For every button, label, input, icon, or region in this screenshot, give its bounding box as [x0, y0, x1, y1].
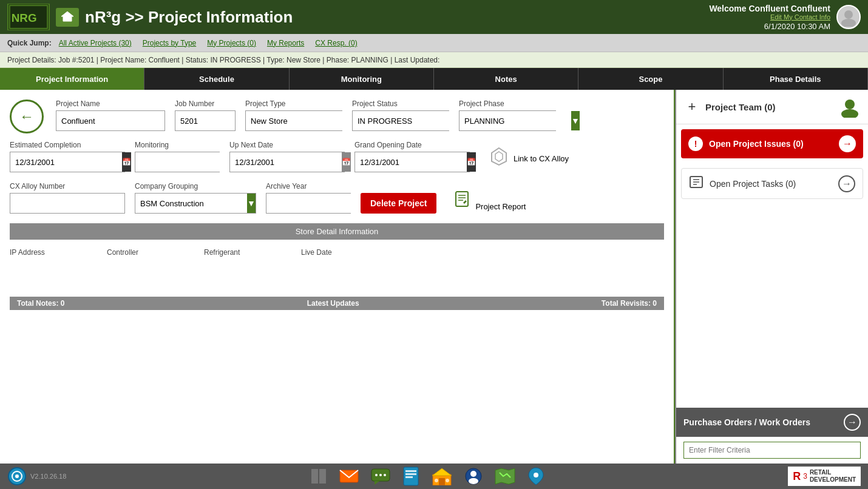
est-completion-input[interactable]	[10, 152, 122, 172]
team-avatar	[839, 96, 861, 118]
archive-year-group: Archive Year ▼	[266, 182, 351, 214]
taskbar-map[interactable]	[495, 468, 515, 485]
r3-text: R	[793, 470, 801, 483]
nav-my-reports[interactable]: My Reports	[263, 39, 308, 47]
svg-rect-32	[405, 473, 416, 475]
tab-phase-details[interactable]: Phase Details	[724, 68, 868, 90]
project-type-input[interactable]	[246, 111, 358, 130]
grand-opening-date[interactable]: 📅	[354, 152, 470, 172]
project-name-input[interactable]	[56, 110, 165, 131]
project-phase-select[interactable]: ▼	[459, 110, 556, 131]
up-next-date-cal-btn[interactable]: 📅	[342, 152, 351, 172]
est-completion-group: Estimated Completion 📅	[10, 141, 125, 172]
link-cx-alloy-btn[interactable]: Link to CX Alloy	[489, 147, 569, 172]
svg-point-12	[845, 99, 855, 109]
monitoring-group: Monitoring ▼	[135, 141, 220, 172]
company-grouping-input[interactable]	[135, 194, 247, 213]
tab-monitoring[interactable]: Monitoring	[290, 68, 434, 90]
project-phase-input[interactable]	[459, 111, 571, 130]
monitoring-label: Monitoring	[135, 141, 220, 149]
project-status-input[interactable]	[353, 111, 464, 130]
po-arrow-icon: →	[844, 414, 861, 431]
job-number-input[interactable]	[175, 110, 236, 131]
open-issues-label: Open Project Issues (0)	[709, 139, 839, 149]
grand-opening-input[interactable]	[355, 152, 467, 172]
taskbar-email[interactable]	[339, 468, 359, 485]
tab-bar: Project Information Schedule Monitoring …	[0, 68, 868, 90]
tab-scope[interactable]: Scope	[578, 68, 723, 90]
po-wo-btn[interactable]: Purchase Orders / Work Orders →	[676, 408, 868, 437]
tasks-arrow-icon: →	[838, 175, 855, 192]
add-team-member-button[interactable]: +	[683, 98, 700, 115]
project-name-group: Project Name	[56, 99, 165, 131]
taskbar-app-1[interactable]	[310, 468, 327, 485]
taskbar-chat[interactable]	[371, 468, 390, 485]
datetime: 6/1/2020 10:30 AM	[709, 22, 830, 31]
project-report-btn[interactable]: Project Report	[453, 191, 526, 214]
filter-input[interactable]	[683, 442, 861, 459]
tab-notes[interactable]: Notes	[434, 68, 578, 90]
taskbar-store[interactable]	[432, 467, 452, 485]
nav-all-active[interactable]: All Active Projects (30)	[55, 39, 135, 47]
form-row-1: ← Project Name Job Number Project Type	[10, 99, 664, 133]
est-completion-date[interactable]: 📅	[10, 152, 125, 172]
svg-marker-42	[495, 468, 515, 484]
company-grouping-label: Company Grouping	[135, 182, 256, 191]
navbar: Quick Jump: All Active Projects (30) Pro…	[0, 34, 868, 52]
avatar[interactable]	[836, 5, 861, 29]
up-next-date-group: Up Next Date 📅	[229, 141, 345, 172]
svg-point-4	[844, 10, 853, 19]
nav-my-projects[interactable]: My Projects (0)	[203, 39, 260, 47]
up-next-date-label: Up Next Date	[229, 141, 345, 149]
project-status-label: Project Status	[352, 99, 449, 108]
edit-contact-link[interactable]: Edit My Contact Info	[709, 13, 830, 21]
archive-year-label: Archive Year	[266, 182, 351, 191]
est-completion-cal-btn[interactable]: 📅	[122, 152, 131, 172]
form-row-3: CX Alloy Number Company Grouping ▼ Archi…	[10, 182, 664, 214]
svg-point-27	[375, 474, 378, 476]
svg-rect-33	[405, 476, 413, 478]
project-name-label: Project Name	[56, 99, 165, 108]
cx-alloy-number-input[interactable]	[10, 193, 125, 214]
svg-point-20	[15, 474, 19, 478]
open-issues-btn[interactable]: ! Open Project Issues (0) →	[681, 129, 863, 158]
issues-arrow-icon: →	[839, 135, 856, 152]
live-date-label: Live Date	[301, 248, 374, 257]
cx-alloy-icon	[489, 147, 509, 170]
header: NRG nR³g >> Project Information Welcome …	[0, 0, 868, 34]
open-tasks-btn[interactable]: Open Project Tasks (0) →	[681, 168, 863, 199]
tab-schedule[interactable]: Schedule	[144, 68, 289, 90]
retail-dev-text: RETAILDEVELOPMENT	[810, 469, 856, 484]
svg-rect-31	[405, 470, 416, 472]
delete-project-button[interactable]: Delete Project	[361, 193, 436, 214]
total-notes: Total Notes: 0	[17, 299, 64, 308]
up-next-date[interactable]: 📅	[229, 152, 345, 172]
grand-opening-cal-btn[interactable]: 📅	[467, 152, 476, 172]
home-icon[interactable]	[56, 8, 79, 27]
filter-area	[676, 437, 868, 464]
nav-cx-resp[interactable]: CX Resp. (0)	[311, 39, 361, 47]
svg-rect-36	[439, 478, 445, 485]
nav-projects-by-type[interactable]: Projects by Type	[139, 39, 200, 47]
taskbar-location[interactable]	[527, 467, 544, 486]
company-grouping-group: Company Grouping ▼	[135, 182, 256, 214]
store-detail-header: Store Detail Information	[10, 223, 664, 240]
back-button[interactable]: ←	[10, 99, 44, 133]
project-details-bar: Project Details: Job #:5201 | Project Na…	[0, 52, 868, 68]
monitoring-select[interactable]: ▼	[135, 152, 220, 172]
project-type-select[interactable]: ▼	[245, 110, 342, 131]
r3-retail-development-logo: R 3 RETAILDEVELOPMENT	[788, 467, 861, 486]
company-grouping-select[interactable]: ▼	[135, 193, 256, 214]
archive-year-select[interactable]: ▼	[266, 193, 351, 214]
project-status-select[interactable]: ▼	[352, 110, 449, 131]
right-sidebar: + Project Team (0) ! Open Project Issues…	[675, 90, 868, 464]
svg-marker-6	[492, 148, 506, 165]
nrg-logo: NRG	[7, 4, 50, 30]
tab-project-information[interactable]: Project Information	[0, 68, 144, 90]
svg-point-40	[470, 471, 476, 477]
company-grouping-dropdown-btn[interactable]: ▼	[247, 194, 256, 213]
taskbar-docs[interactable]	[402, 467, 419, 486]
project-phase-dropdown-btn[interactable]: ▼	[571, 111, 580, 130]
up-next-date-input[interactable]	[230, 152, 342, 172]
taskbar-user[interactable]	[464, 467, 483, 485]
